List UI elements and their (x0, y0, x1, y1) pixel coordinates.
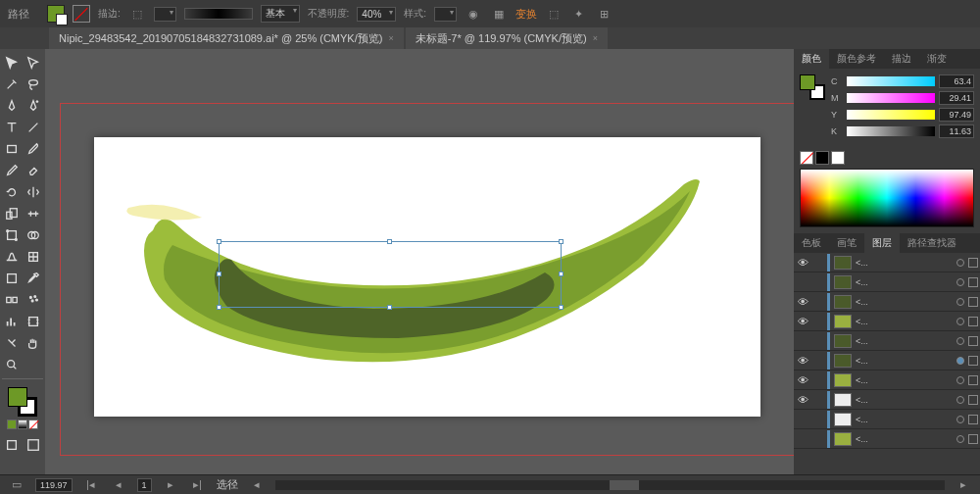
visibility-icon[interactable]: 👁 (796, 295, 809, 309)
stroke-weight-chain-icon[interactable]: ⬚ (128, 5, 146, 23)
channel-value[interactable]: 63.4 (939, 74, 974, 88)
column-graph-tool[interactable] (2, 312, 22, 331)
layer-row[interactable]: 👁<... (794, 312, 980, 331)
target-icon[interactable] (956, 278, 964, 286)
transform-link[interactable]: 变换 (515, 7, 537, 22)
nav-first-icon[interactable]: |◂ (82, 476, 100, 494)
target-icon[interactable] (956, 416, 964, 423)
mesh-tool[interactable] (24, 247, 43, 267)
selection-tool[interactable] (2, 53, 22, 73)
visibility-icon[interactable] (796, 413, 809, 426)
layer-row[interactable]: <... (794, 331, 980, 351)
line-tool[interactable] (24, 118, 43, 137)
channel-slider[interactable] (847, 110, 935, 120)
handle-se[interactable] (559, 305, 564, 310)
select-indicator[interactable] (968, 434, 978, 444)
pencil-tool[interactable] (2, 161, 22, 180)
swatch-color[interactable] (7, 420, 17, 429)
layer-row[interactable]: <... (794, 410, 980, 429)
select-indicator[interactable] (968, 336, 978, 346)
visibility-icon[interactable]: 👁 (796, 354, 809, 368)
target-icon[interactable] (956, 357, 964, 365)
lasso-tool[interactable] (24, 74, 43, 94)
layer-row[interactable]: 👁<... (794, 390, 980, 410)
no-stroke-icon[interactable] (73, 5, 90, 23)
brush-preview[interactable] (184, 8, 253, 20)
swatch-white[interactable] (831, 151, 845, 165)
eyedropper-tool[interactable] (24, 269, 43, 288)
slice-tool[interactable] (2, 333, 22, 353)
swatch-black[interactable] (815, 151, 829, 165)
screen-mode-normal[interactable] (2, 435, 22, 455)
document-tab-1[interactable]: Nipic_29483542_20190705184832731089.ai* … (49, 27, 404, 49)
tab-gradient[interactable]: 渐变 (919, 49, 955, 69)
tab-pathfinder[interactable]: 路径查找器 (900, 233, 964, 253)
select-indicator[interactable] (968, 356, 978, 366)
scale-tool[interactable] (2, 204, 22, 223)
target-icon[interactable] (956, 337, 964, 345)
handle-ne[interactable] (559, 239, 564, 244)
select-indicator[interactable] (968, 317, 978, 326)
hand-tool[interactable] (24, 333, 43, 353)
target-icon[interactable] (956, 396, 964, 404)
gradient-tool[interactable] (2, 269, 22, 288)
channel-slider[interactable] (847, 76, 935, 86)
symbol-sprayer-tool[interactable] (24, 290, 43, 310)
panel-fill-stroke[interactable] (800, 74, 825, 100)
close-icon[interactable]: × (388, 33, 393, 43)
scroll-right-icon[interactable]: ▸ (955, 476, 972, 494)
layer-row[interactable]: 👁<... (794, 292, 980, 312)
h-scrollbar[interactable] (275, 480, 945, 490)
select-indicator[interactable] (968, 258, 978, 268)
add-anchor-tool[interactable] (24, 96, 43, 116)
layer-row[interactable]: <... (794, 272, 980, 292)
pen-tool[interactable] (2, 96, 22, 116)
transform-icon-1[interactable]: ⬚ (545, 5, 563, 23)
eraser-tool[interactable] (24, 161, 43, 180)
select-indicator[interactable] (968, 277, 978, 287)
scroll-left-icon[interactable]: ◂ (248, 476, 266, 494)
opacity-dropdown[interactable]: 40% (357, 7, 396, 22)
handle-nw[interactable] (217, 239, 221, 244)
page-field[interactable]: 1 (137, 478, 152, 492)
screen-mode-full[interactable] (24, 435, 43, 455)
target-icon[interactable] (956, 376, 964, 384)
direct-selection-tool[interactable] (24, 53, 43, 73)
visibility-icon[interactable]: 👁 (796, 315, 809, 328)
close-icon[interactable]: × (593, 33, 598, 43)
perspective-grid-tool[interactable] (2, 247, 22, 267)
layer-row[interactable]: <... (794, 429, 980, 449)
visibility-icon[interactable]: 👁 (796, 373, 809, 387)
rotate-tool[interactable] (2, 182, 22, 202)
fill-color-swatch[interactable] (47, 5, 65, 23)
channel-value[interactable]: 11.63 (939, 124, 974, 138)
visibility-icon[interactable]: 👁 (796, 256, 809, 270)
color-spectrum[interactable] (800, 169, 974, 227)
tab-layers[interactable]: 图层 (864, 233, 900, 253)
layer-row[interactable]: 👁<... (794, 253, 980, 272)
channel-slider[interactable] (847, 126, 935, 136)
document-tab-2[interactable]: 未标题-7* @ 119.97% (CMYK/预览) × (406, 27, 608, 49)
select-indicator[interactable] (968, 415, 978, 424)
nav-next-icon[interactable]: ▸ (162, 476, 179, 494)
select-indicator[interactable] (968, 375, 978, 385)
visibility-icon[interactable] (796, 275, 809, 289)
handle-e[interactable] (559, 272, 564, 276)
tab-color-guide[interactable]: 颜色参考 (829, 49, 884, 69)
target-icon[interactable] (956, 298, 964, 306)
tab-stroke[interactable]: 描边 (884, 49, 919, 69)
paintbrush-tool[interactable] (24, 139, 43, 159)
target-icon[interactable] (956, 259, 964, 267)
rectangle-tool[interactable] (2, 139, 22, 159)
brush-style-dropdown[interactable]: 基本 (261, 5, 300, 23)
blend-tool[interactable] (2, 290, 22, 310)
handle-sw[interactable] (217, 305, 221, 310)
channel-value[interactable]: 97.49 (939, 108, 974, 122)
nav-last-icon[interactable]: ▸| (189, 476, 207, 494)
layer-row[interactable]: 👁<... (794, 370, 980, 390)
target-icon[interactable] (956, 435, 964, 443)
tab-brushes[interactable]: 画笔 (829, 233, 864, 253)
free-transform-tool[interactable] (2, 225, 22, 245)
handle-s[interactable] (387, 305, 392, 310)
reflect-tool[interactable] (24, 182, 43, 202)
